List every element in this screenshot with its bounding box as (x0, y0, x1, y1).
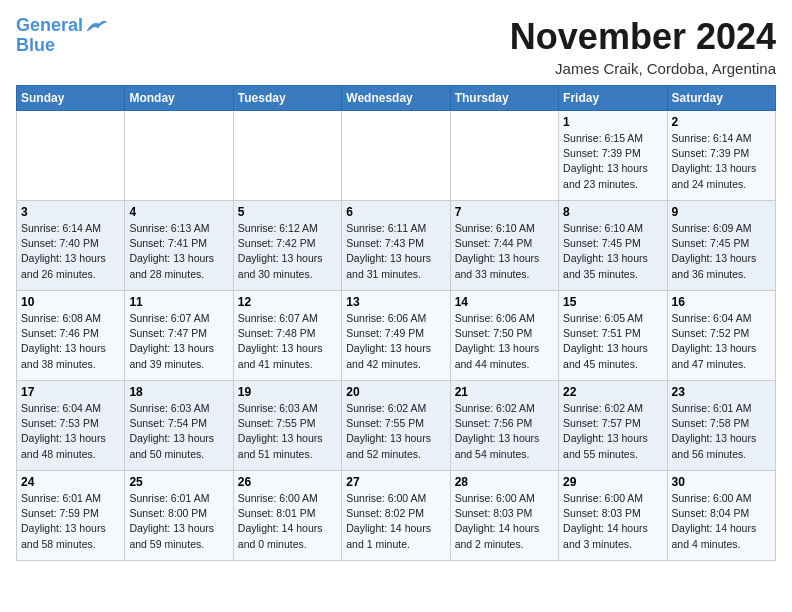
week-row-4: 17Sunrise: 6:04 AMSunset: 7:53 PMDayligh… (17, 381, 776, 471)
day-cell-30: 30Sunrise: 6:00 AMSunset: 8:04 PMDayligh… (667, 471, 775, 561)
day-number: 1 (563, 115, 662, 129)
day-number: 19 (238, 385, 337, 399)
weekday-header-saturday: Saturday (667, 86, 775, 111)
day-info: Sunrise: 6:00 AMSunset: 8:03 PMDaylight:… (563, 491, 662, 552)
day-info: Sunrise: 6:10 AMSunset: 7:45 PMDaylight:… (563, 221, 662, 282)
day-cell-3: 3Sunrise: 6:14 AMSunset: 7:40 PMDaylight… (17, 201, 125, 291)
day-cell-8: 8Sunrise: 6:10 AMSunset: 7:45 PMDaylight… (559, 201, 667, 291)
weekday-header-tuesday: Tuesday (233, 86, 341, 111)
day-number: 23 (672, 385, 771, 399)
day-info: Sunrise: 6:00 AMSunset: 8:03 PMDaylight:… (455, 491, 554, 552)
page-header: General Blue November 2024 James Craik, … (16, 16, 776, 77)
day-number: 10 (21, 295, 120, 309)
day-cell-18: 18Sunrise: 6:03 AMSunset: 7:54 PMDayligh… (125, 381, 233, 471)
day-number: 18 (129, 385, 228, 399)
logo-line1: General (16, 15, 83, 35)
day-cell-10: 10Sunrise: 6:08 AMSunset: 7:46 PMDayligh… (17, 291, 125, 381)
day-cell-15: 15Sunrise: 6:05 AMSunset: 7:51 PMDayligh… (559, 291, 667, 381)
day-info: Sunrise: 6:01 AMSunset: 7:58 PMDaylight:… (672, 401, 771, 462)
calendar-body: 1Sunrise: 6:15 AMSunset: 7:39 PMDaylight… (17, 111, 776, 561)
day-number: 29 (563, 475, 662, 489)
day-cell-20: 20Sunrise: 6:02 AMSunset: 7:55 PMDayligh… (342, 381, 450, 471)
day-info: Sunrise: 6:02 AMSunset: 7:56 PMDaylight:… (455, 401, 554, 462)
calendar-header: SundayMondayTuesdayWednesdayThursdayFrid… (17, 86, 776, 111)
day-cell-25: 25Sunrise: 6:01 AMSunset: 8:00 PMDayligh… (125, 471, 233, 561)
day-number: 20 (346, 385, 445, 399)
weekday-header-wednesday: Wednesday (342, 86, 450, 111)
day-cell-1: 1Sunrise: 6:15 AMSunset: 7:39 PMDaylight… (559, 111, 667, 201)
day-info: Sunrise: 6:14 AMSunset: 7:40 PMDaylight:… (21, 221, 120, 282)
day-cell-26: 26Sunrise: 6:00 AMSunset: 8:01 PMDayligh… (233, 471, 341, 561)
day-cell-19: 19Sunrise: 6:03 AMSunset: 7:55 PMDayligh… (233, 381, 341, 471)
day-info: Sunrise: 6:15 AMSunset: 7:39 PMDaylight:… (563, 131, 662, 192)
day-number: 24 (21, 475, 120, 489)
day-number: 12 (238, 295, 337, 309)
day-number: 2 (672, 115, 771, 129)
day-info: Sunrise: 6:04 AMSunset: 7:52 PMDaylight:… (672, 311, 771, 372)
day-info: Sunrise: 6:09 AMSunset: 7:45 PMDaylight:… (672, 221, 771, 282)
day-info: Sunrise: 6:07 AMSunset: 7:48 PMDaylight:… (238, 311, 337, 372)
day-number: 22 (563, 385, 662, 399)
day-info: Sunrise: 6:05 AMSunset: 7:51 PMDaylight:… (563, 311, 662, 372)
day-cell-14: 14Sunrise: 6:06 AMSunset: 7:50 PMDayligh… (450, 291, 558, 381)
logo: General Blue (16, 16, 109, 56)
day-info: Sunrise: 6:03 AMSunset: 7:54 PMDaylight:… (129, 401, 228, 462)
location: James Craik, Cordoba, Argentina (510, 60, 776, 77)
day-cell-28: 28Sunrise: 6:00 AMSunset: 8:03 PMDayligh… (450, 471, 558, 561)
day-number: 4 (129, 205, 228, 219)
day-number: 16 (672, 295, 771, 309)
day-number: 9 (672, 205, 771, 219)
day-number: 25 (129, 475, 228, 489)
day-info: Sunrise: 6:00 AMSunset: 8:01 PMDaylight:… (238, 491, 337, 552)
empty-cell (450, 111, 558, 201)
day-info: Sunrise: 6:14 AMSunset: 7:39 PMDaylight:… (672, 131, 771, 192)
day-info: Sunrise: 6:04 AMSunset: 7:53 PMDaylight:… (21, 401, 120, 462)
calendar-table: SundayMondayTuesdayWednesdayThursdayFrid… (16, 85, 776, 561)
day-info: Sunrise: 6:03 AMSunset: 7:55 PMDaylight:… (238, 401, 337, 462)
day-cell-6: 6Sunrise: 6:11 AMSunset: 7:43 PMDaylight… (342, 201, 450, 291)
week-row-2: 3Sunrise: 6:14 AMSunset: 7:40 PMDaylight… (17, 201, 776, 291)
day-number: 15 (563, 295, 662, 309)
day-number: 8 (563, 205, 662, 219)
day-info: Sunrise: 6:01 AMSunset: 8:00 PMDaylight:… (129, 491, 228, 552)
day-info: Sunrise: 6:01 AMSunset: 7:59 PMDaylight:… (21, 491, 120, 552)
day-number: 13 (346, 295, 445, 309)
weekday-header-row: SundayMondayTuesdayWednesdayThursdayFrid… (17, 86, 776, 111)
day-info: Sunrise: 6:02 AMSunset: 7:57 PMDaylight:… (563, 401, 662, 462)
week-row-1: 1Sunrise: 6:15 AMSunset: 7:39 PMDaylight… (17, 111, 776, 201)
day-info: Sunrise: 6:00 AMSunset: 8:04 PMDaylight:… (672, 491, 771, 552)
day-number: 6 (346, 205, 445, 219)
day-cell-27: 27Sunrise: 6:00 AMSunset: 8:02 PMDayligh… (342, 471, 450, 561)
day-cell-16: 16Sunrise: 6:04 AMSunset: 7:52 PMDayligh… (667, 291, 775, 381)
day-cell-24: 24Sunrise: 6:01 AMSunset: 7:59 PMDayligh… (17, 471, 125, 561)
day-info: Sunrise: 6:06 AMSunset: 7:49 PMDaylight:… (346, 311, 445, 372)
day-cell-17: 17Sunrise: 6:04 AMSunset: 7:53 PMDayligh… (17, 381, 125, 471)
day-cell-4: 4Sunrise: 6:13 AMSunset: 7:41 PMDaylight… (125, 201, 233, 291)
day-number: 21 (455, 385, 554, 399)
weekday-header-thursday: Thursday (450, 86, 558, 111)
day-number: 27 (346, 475, 445, 489)
week-row-5: 24Sunrise: 6:01 AMSunset: 7:59 PMDayligh… (17, 471, 776, 561)
day-number: 5 (238, 205, 337, 219)
day-info: Sunrise: 6:00 AMSunset: 8:02 PMDaylight:… (346, 491, 445, 552)
day-info: Sunrise: 6:12 AMSunset: 7:42 PMDaylight:… (238, 221, 337, 282)
day-number: 28 (455, 475, 554, 489)
empty-cell (233, 111, 341, 201)
day-cell-5: 5Sunrise: 6:12 AMSunset: 7:42 PMDaylight… (233, 201, 341, 291)
logo-bird-icon (85, 17, 109, 35)
day-number: 26 (238, 475, 337, 489)
logo-line2: Blue (16, 36, 55, 56)
day-cell-21: 21Sunrise: 6:02 AMSunset: 7:56 PMDayligh… (450, 381, 558, 471)
title-block: November 2024 James Craik, Cordoba, Arge… (510, 16, 776, 77)
day-number: 17 (21, 385, 120, 399)
month-title: November 2024 (510, 16, 776, 58)
day-info: Sunrise: 6:11 AMSunset: 7:43 PMDaylight:… (346, 221, 445, 282)
day-cell-2: 2Sunrise: 6:14 AMSunset: 7:39 PMDaylight… (667, 111, 775, 201)
day-cell-12: 12Sunrise: 6:07 AMSunset: 7:48 PMDayligh… (233, 291, 341, 381)
day-info: Sunrise: 6:06 AMSunset: 7:50 PMDaylight:… (455, 311, 554, 372)
day-number: 30 (672, 475, 771, 489)
empty-cell (342, 111, 450, 201)
logo-text: General (16, 16, 83, 36)
day-number: 14 (455, 295, 554, 309)
day-number: 7 (455, 205, 554, 219)
